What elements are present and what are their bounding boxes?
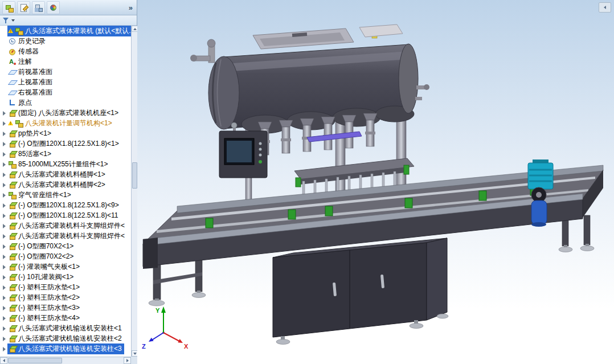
expand-arrow-icon[interactable] xyxy=(2,264,7,269)
expand-arrow-icon[interactable] xyxy=(2,234,7,239)
expand-arrow-icon[interactable] xyxy=(2,213,7,218)
expand-arrow-icon[interactable] xyxy=(2,121,7,126)
tree-item[interactable]: (-) O型圈70X2<1> xyxy=(0,241,131,251)
tree-item[interactable]: 八头活塞式灌装机料桶脚<1> xyxy=(0,169,131,179)
tree-item[interactable]: (-) 塑料王防水垫<4> xyxy=(0,313,131,323)
part-icon xyxy=(8,232,17,240)
tree-item[interactable]: (-) O型圈120X1.8(122.5X1.8)<11 xyxy=(0,210,131,220)
tree-item-label: 八头活塞式灌装机料桶脚<1> xyxy=(18,170,105,179)
expand-arrow-icon[interactable] xyxy=(2,141,7,146)
displaymanager-icon xyxy=(49,3,58,12)
tree-vertical-scrollbar[interactable] xyxy=(131,26,137,357)
tree-item[interactable]: 85-1000MLX255计量组件<1> xyxy=(0,159,131,169)
tree-item[interactable]: (-) 塑料王防水垫<2> xyxy=(0,292,131,302)
tree-item[interactable]: pp垫片<1> xyxy=(0,128,131,138)
scroll-right-button[interactable] xyxy=(124,357,131,364)
tree-item[interactable]: 历史记录 xyxy=(0,36,131,46)
expand-arrow-icon[interactable] xyxy=(2,295,7,300)
expand-arrow-icon[interactable] xyxy=(2,172,7,177)
solidworks-window: » 八头活塞式液体灌装机 (默认<默认... 历史记录 传感器 xyxy=(0,0,614,364)
expand-arrow-icon[interactable] xyxy=(2,203,7,208)
expand-arrow-icon[interactable] xyxy=(2,285,7,290)
control-panel[interactable] xyxy=(219,122,267,178)
tree-item[interactable]: 85活塞<1> xyxy=(0,149,131,159)
history-icon xyxy=(8,37,17,46)
tree-item-label: (-) 灌装嘴气夹板<1> xyxy=(18,262,80,272)
part-icon xyxy=(8,242,17,251)
tree-item[interactable]: 原点 xyxy=(0,97,131,108)
annotation-icon xyxy=(8,58,17,66)
tree-item[interactable]: 八头灌装机计量调节机构<1> xyxy=(0,118,131,128)
tree-item[interactable]: 前视基准面 xyxy=(0,67,131,77)
featuremanager-tab-button[interactable] xyxy=(2,1,15,14)
expand-arrow-icon[interactable] xyxy=(2,152,7,157)
expand-arrow-icon[interactable] xyxy=(2,275,7,280)
tree-item-label: (-) 塑料王防水垫<4> xyxy=(18,313,80,323)
right-arrow-icon xyxy=(126,359,129,362)
axis-label-x: X xyxy=(184,343,189,350)
tree-item-label: 八头活塞式灌装机料桶脚<2> xyxy=(18,180,105,190)
base-cabinet[interactable] xyxy=(273,238,448,345)
tree-item[interactable]: 注解 xyxy=(0,56,131,67)
expand-arrow-icon[interactable] xyxy=(2,162,7,167)
toolbar-overflow-button[interactable]: » xyxy=(127,3,134,12)
scroll-left-button[interactable] xyxy=(0,357,7,364)
tree-item-label: pp垫片<1> xyxy=(18,129,51,138)
tree-item[interactable]: (-) O型圈70X2<2> xyxy=(0,251,131,261)
tree-item[interactable]: (-) 塑料王防水垫<3> xyxy=(0,302,131,313)
left-arrow-icon xyxy=(3,359,5,362)
horizontal-scroll-thumb[interactable] xyxy=(8,358,62,363)
tree-item[interactable]: 八头活塞式灌状机输送机安装柱<1 xyxy=(0,323,131,333)
tree-item[interactable]: 八头活塞式灌装机料桶脚<2> xyxy=(0,179,131,190)
tree-item[interactable]: (-) O型圈120X1.8(122.5X1.8)<9> xyxy=(0,200,131,210)
expand-arrow-icon[interactable] xyxy=(2,326,7,331)
vertical-scroll-thumb[interactable] xyxy=(132,162,137,189)
tree-item[interactable]: 八头活塞式灌装机料斗支脚组焊件< xyxy=(0,220,131,231)
expand-arrow-icon[interactable] xyxy=(2,254,7,259)
part-icon xyxy=(8,252,17,261)
tank-lids[interactable] xyxy=(253,24,403,49)
expand-arrow-icon[interactable] xyxy=(2,305,7,310)
tree-item[interactable]: (-) 塑料王防水垫<1> xyxy=(0,282,131,292)
feature-tree: 八头活塞式液体灌装机 (默认<默认... 历史记录 传感器 注解 前视基准面 xyxy=(0,26,131,357)
expand-arrow-icon[interactable] xyxy=(2,346,7,351)
configurationmanager-tab-button[interactable] xyxy=(32,1,45,14)
feature-manager-panel: » 八头活塞式液体灌装机 (默认<默认... 历史记录 传感器 xyxy=(0,0,137,364)
tree-horizontal-scrollbar[interactable] xyxy=(0,357,131,364)
expand-arrow-icon[interactable] xyxy=(2,336,7,341)
tree-item[interactable]: 八头活塞式液体灌装机 (默认<默认... xyxy=(0,26,131,36)
tree-item-label: 八头活塞式液体灌装机 (默认<默认... xyxy=(25,26,131,36)
adjuster-bar[interactable] xyxy=(307,132,362,142)
expand-arrow-icon[interactable] xyxy=(2,111,7,116)
tree-item[interactable]: 上视基准面 xyxy=(0,77,131,87)
part-icon xyxy=(8,273,17,281)
propertymanager-tab-button[interactable] xyxy=(17,1,30,14)
tree-item[interactable]: (固定) 八头活塞式灌装机机座<1> xyxy=(0,108,131,118)
displaymanager-tab-button[interactable] xyxy=(47,1,60,14)
expand-arrow-icon[interactable] xyxy=(2,223,7,228)
tree-item[interactable]: (-) 灌装嘴气夹板<1> xyxy=(0,261,131,272)
expand-arrow-icon[interactable] xyxy=(2,244,7,249)
tree-item[interactable]: (-) O型圈120X1.8(122.5X1.8)<1> xyxy=(0,138,131,149)
tree-item-label: 原点 xyxy=(18,98,32,108)
tree-item[interactable]: 穿气管座组件<1> xyxy=(0,190,131,200)
expand-arrow-icon[interactable] xyxy=(2,193,7,198)
graphics-viewport[interactable]: Y X Z xyxy=(137,0,614,364)
tree-item[interactable]: 八头活塞式灌状机输送机安装柱<2 xyxy=(0,333,131,343)
tree-item[interactable]: (-) 10孔灌装阀<1> xyxy=(0,272,131,282)
task-pane-tab[interactable] xyxy=(599,2,611,13)
expand-arrow-icon[interactable] xyxy=(2,182,7,187)
tree-item[interactable]: 八头活塞式灌状机输送机安装柱<3 xyxy=(0,343,131,354)
part-icon xyxy=(8,181,17,189)
tree-item-label: (-) O型圈120X1.8(122.5X1.8)<1> xyxy=(18,139,119,149)
tree-item[interactable]: 传感器 xyxy=(0,46,131,56)
tree-item-label: 八头活塞式灌装机料斗支脚组焊件< xyxy=(18,221,125,231)
expand-arrow-icon[interactable] xyxy=(2,316,7,321)
tree-item[interactable]: 右视基准面 xyxy=(0,87,131,97)
filter-funnel-icon[interactable] xyxy=(2,17,10,24)
machine-model[interactable]: Y X Z xyxy=(142,24,603,350)
filter-dropdown-icon[interactable] xyxy=(11,19,16,22)
expand-arrow-icon[interactable] xyxy=(2,131,7,136)
panel-toolbar: » xyxy=(0,0,137,15)
tree-item[interactable]: 八头活塞式灌装机料斗支脚组焊件< xyxy=(0,231,131,241)
